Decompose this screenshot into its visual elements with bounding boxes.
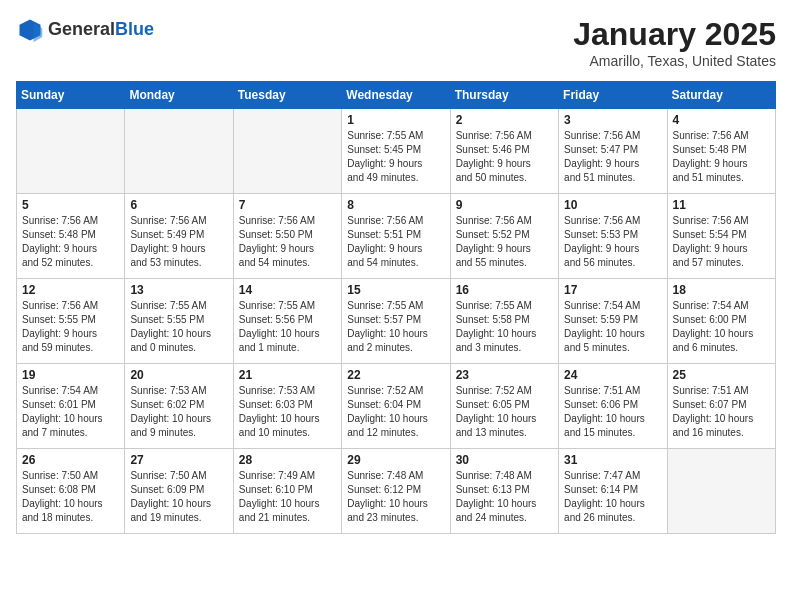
calendar-cell: 6Sunrise: 7:56 AM Sunset: 5:49 PM Daylig…	[125, 194, 233, 279]
calendar-cell: 4Sunrise: 7:56 AM Sunset: 5:48 PM Daylig…	[667, 109, 775, 194]
calendar-subtitle: Amarillo, Texas, United States	[573, 53, 776, 69]
day-info: Sunrise: 7:50 AM Sunset: 6:09 PM Dayligh…	[130, 469, 227, 525]
day-number: 14	[239, 283, 336, 297]
calendar-cell: 13Sunrise: 7:55 AM Sunset: 5:55 PM Dayli…	[125, 279, 233, 364]
logo-blue-text: Blue	[115, 19, 154, 39]
calendar-cell: 18Sunrise: 7:54 AM Sunset: 6:00 PM Dayli…	[667, 279, 775, 364]
calendar-cell: 22Sunrise: 7:52 AM Sunset: 6:04 PM Dayli…	[342, 364, 450, 449]
day-number: 27	[130, 453, 227, 467]
calendar-cell: 10Sunrise: 7:56 AM Sunset: 5:53 PM Dayli…	[559, 194, 667, 279]
day-number: 28	[239, 453, 336, 467]
day-info: Sunrise: 7:56 AM Sunset: 5:47 PM Dayligh…	[564, 129, 661, 185]
day-number: 7	[239, 198, 336, 212]
day-number: 4	[673, 113, 770, 127]
calendar-cell: 15Sunrise: 7:55 AM Sunset: 5:57 PM Dayli…	[342, 279, 450, 364]
calendar-cell: 29Sunrise: 7:48 AM Sunset: 6:12 PM Dayli…	[342, 449, 450, 534]
logo: GeneralBlue	[16, 16, 154, 44]
day-number: 20	[130, 368, 227, 382]
day-info: Sunrise: 7:56 AM Sunset: 5:53 PM Dayligh…	[564, 214, 661, 270]
day-number: 30	[456, 453, 553, 467]
day-info: Sunrise: 7:56 AM Sunset: 5:46 PM Dayligh…	[456, 129, 553, 185]
day-number: 26	[22, 453, 119, 467]
calendar-title: January 2025	[573, 16, 776, 53]
day-number: 31	[564, 453, 661, 467]
day-number: 3	[564, 113, 661, 127]
calendar-cell: 19Sunrise: 7:54 AM Sunset: 6:01 PM Dayli…	[17, 364, 125, 449]
day-info: Sunrise: 7:55 AM Sunset: 5:55 PM Dayligh…	[130, 299, 227, 355]
day-info: Sunrise: 7:51 AM Sunset: 6:06 PM Dayligh…	[564, 384, 661, 440]
weekday-header-friday: Friday	[559, 82, 667, 109]
calendar-cell: 27Sunrise: 7:50 AM Sunset: 6:09 PM Dayli…	[125, 449, 233, 534]
day-number: 19	[22, 368, 119, 382]
day-number: 13	[130, 283, 227, 297]
calendar-cell	[125, 109, 233, 194]
calendar-cell: 7Sunrise: 7:56 AM Sunset: 5:50 PM Daylig…	[233, 194, 341, 279]
day-info: Sunrise: 7:56 AM Sunset: 5:52 PM Dayligh…	[456, 214, 553, 270]
calendar-cell	[17, 109, 125, 194]
calendar-cell	[233, 109, 341, 194]
logo-icon	[16, 16, 44, 44]
calendar-cell: 12Sunrise: 7:56 AM Sunset: 5:55 PM Dayli…	[17, 279, 125, 364]
day-number: 9	[456, 198, 553, 212]
day-info: Sunrise: 7:53 AM Sunset: 6:02 PM Dayligh…	[130, 384, 227, 440]
day-info: Sunrise: 7:53 AM Sunset: 6:03 PM Dayligh…	[239, 384, 336, 440]
day-number: 5	[22, 198, 119, 212]
calendar-cell: 8Sunrise: 7:56 AM Sunset: 5:51 PM Daylig…	[342, 194, 450, 279]
weekday-header-saturday: Saturday	[667, 82, 775, 109]
day-info: Sunrise: 7:56 AM Sunset: 5:48 PM Dayligh…	[22, 214, 119, 270]
calendar-cell	[667, 449, 775, 534]
day-number: 11	[673, 198, 770, 212]
weekday-header-wednesday: Wednesday	[342, 82, 450, 109]
day-info: Sunrise: 7:56 AM Sunset: 5:55 PM Dayligh…	[22, 299, 119, 355]
day-info: Sunrise: 7:55 AM Sunset: 5:57 PM Dayligh…	[347, 299, 444, 355]
day-number: 10	[564, 198, 661, 212]
calendar-cell: 31Sunrise: 7:47 AM Sunset: 6:14 PM Dayli…	[559, 449, 667, 534]
day-number: 2	[456, 113, 553, 127]
calendar-cell: 30Sunrise: 7:48 AM Sunset: 6:13 PM Dayli…	[450, 449, 558, 534]
day-number: 17	[564, 283, 661, 297]
calendar-cell: 26Sunrise: 7:50 AM Sunset: 6:08 PM Dayli…	[17, 449, 125, 534]
day-number: 29	[347, 453, 444, 467]
day-info: Sunrise: 7:49 AM Sunset: 6:10 PM Dayligh…	[239, 469, 336, 525]
weekday-header-tuesday: Tuesday	[233, 82, 341, 109]
day-number: 22	[347, 368, 444, 382]
calendar-cell: 21Sunrise: 7:53 AM Sunset: 6:03 PM Dayli…	[233, 364, 341, 449]
day-info: Sunrise: 7:56 AM Sunset: 5:50 PM Dayligh…	[239, 214, 336, 270]
day-number: 21	[239, 368, 336, 382]
page-header: GeneralBlue January 2025 Amarillo, Texas…	[16, 16, 776, 69]
day-info: Sunrise: 7:47 AM Sunset: 6:14 PM Dayligh…	[564, 469, 661, 525]
day-number: 25	[673, 368, 770, 382]
calendar-cell: 25Sunrise: 7:51 AM Sunset: 6:07 PM Dayli…	[667, 364, 775, 449]
week-row-1: 1Sunrise: 7:55 AM Sunset: 5:45 PM Daylig…	[17, 109, 776, 194]
weekday-header-row: SundayMondayTuesdayWednesdayThursdayFrid…	[17, 82, 776, 109]
day-number: 16	[456, 283, 553, 297]
day-number: 23	[456, 368, 553, 382]
calendar-cell: 23Sunrise: 7:52 AM Sunset: 6:05 PM Dayli…	[450, 364, 558, 449]
day-number: 1	[347, 113, 444, 127]
week-row-5: 26Sunrise: 7:50 AM Sunset: 6:08 PM Dayli…	[17, 449, 776, 534]
weekday-header-monday: Monday	[125, 82, 233, 109]
day-info: Sunrise: 7:50 AM Sunset: 6:08 PM Dayligh…	[22, 469, 119, 525]
day-number: 24	[564, 368, 661, 382]
calendar-cell: 5Sunrise: 7:56 AM Sunset: 5:48 PM Daylig…	[17, 194, 125, 279]
day-number: 12	[22, 283, 119, 297]
calendar-cell: 24Sunrise: 7:51 AM Sunset: 6:06 PM Dayli…	[559, 364, 667, 449]
day-info: Sunrise: 7:54 AM Sunset: 6:01 PM Dayligh…	[22, 384, 119, 440]
week-row-4: 19Sunrise: 7:54 AM Sunset: 6:01 PM Dayli…	[17, 364, 776, 449]
day-info: Sunrise: 7:55 AM Sunset: 5:58 PM Dayligh…	[456, 299, 553, 355]
day-info: Sunrise: 7:55 AM Sunset: 5:45 PM Dayligh…	[347, 129, 444, 185]
day-info: Sunrise: 7:54 AM Sunset: 5:59 PM Dayligh…	[564, 299, 661, 355]
calendar-cell: 11Sunrise: 7:56 AM Sunset: 5:54 PM Dayli…	[667, 194, 775, 279]
title-block: January 2025 Amarillo, Texas, United Sta…	[573, 16, 776, 69]
weekday-header-sunday: Sunday	[17, 82, 125, 109]
day-number: 6	[130, 198, 227, 212]
day-info: Sunrise: 7:55 AM Sunset: 5:56 PM Dayligh…	[239, 299, 336, 355]
calendar-cell: 1Sunrise: 7:55 AM Sunset: 5:45 PM Daylig…	[342, 109, 450, 194]
calendar-cell: 20Sunrise: 7:53 AM Sunset: 6:02 PM Dayli…	[125, 364, 233, 449]
svg-marker-1	[34, 23, 43, 42]
day-number: 8	[347, 198, 444, 212]
calendar-cell: 28Sunrise: 7:49 AM Sunset: 6:10 PM Dayli…	[233, 449, 341, 534]
calendar-cell: 2Sunrise: 7:56 AM Sunset: 5:46 PM Daylig…	[450, 109, 558, 194]
day-info: Sunrise: 7:56 AM Sunset: 5:48 PM Dayligh…	[673, 129, 770, 185]
calendar-cell: 3Sunrise: 7:56 AM Sunset: 5:47 PM Daylig…	[559, 109, 667, 194]
